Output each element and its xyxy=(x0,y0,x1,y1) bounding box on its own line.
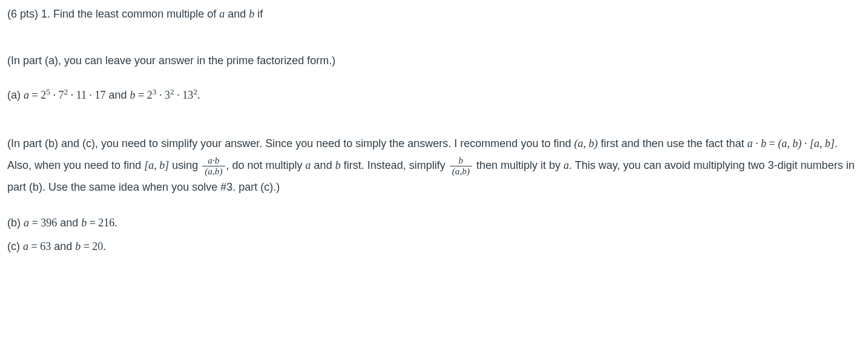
var-a2: a xyxy=(564,159,569,171)
var-b: b xyxy=(75,240,81,252)
t5: , do not multiply xyxy=(226,159,306,171)
and: and xyxy=(51,240,75,252)
eq: = xyxy=(136,89,147,101)
part-b-label: (b) xyxy=(7,217,24,229)
note-bc: (In part (b) and (c), you need to simpli… xyxy=(7,133,861,199)
part-a: (a) a = 25 · 72 · 11 · 17 and b = 23 · 3… xyxy=(7,85,861,105)
fraction-b-over-gcd: b(a,b) xyxy=(450,156,472,177)
var-b: b xyxy=(81,217,87,229)
and-text: and xyxy=(225,8,249,20)
t1: (In part (b) and (c), you need to simpli… xyxy=(7,137,574,150)
and: and xyxy=(311,159,335,171)
gcd-pair: (a, b) xyxy=(574,137,597,150)
prompt-text: Find the least common multiple of xyxy=(53,8,219,20)
part-c-label: (c) xyxy=(7,240,23,252)
if-text: if xyxy=(254,8,263,20)
and: and xyxy=(57,217,81,229)
part-a-expr-b: 23 · 32 · 132. xyxy=(147,89,200,101)
part-c: (c) a = 63 and b = 20. xyxy=(7,237,861,256)
and: and xyxy=(106,89,130,101)
part-a-label: (a) xyxy=(7,89,24,101)
val: 216. xyxy=(98,217,117,229)
var-a: a xyxy=(23,240,28,252)
var-b: b xyxy=(335,159,341,171)
eq: = xyxy=(28,240,40,252)
lcm-brack2: [a, b] xyxy=(144,159,169,171)
fraction-ab-over-gcd: a·b(a,b) xyxy=(202,156,225,177)
lcm-brack1: [a, b] xyxy=(810,137,835,150)
eq: = xyxy=(81,240,92,252)
eq: = xyxy=(29,89,41,101)
t7: then multiply it by xyxy=(473,159,564,171)
var-a: a xyxy=(219,8,225,20)
part-a-var-a: a xyxy=(24,89,29,101)
points-label: (6 pts) xyxy=(7,8,38,20)
part-a-var-b: b xyxy=(130,89,136,101)
val: 63 xyxy=(40,240,51,252)
question-header: (6 pts) 1. Find the least common multipl… xyxy=(7,5,861,24)
t4: using xyxy=(169,159,201,171)
gcd-pair2: (a, b) xyxy=(778,137,801,150)
var-b: b xyxy=(249,8,254,20)
var-a: a xyxy=(306,159,311,171)
part-b: (b) a = 396 and b = 216. xyxy=(7,214,861,232)
val: 396 xyxy=(41,217,57,229)
note-a: (In part (a), you can leave your answer … xyxy=(7,51,861,70)
t2: first and then use the fact that xyxy=(597,137,747,150)
ab: a · b xyxy=(748,137,767,150)
part-a-expr-a: 25 · 72 · 11 · 17 xyxy=(41,89,105,101)
eq: = xyxy=(766,137,778,150)
eq: = xyxy=(87,217,98,229)
var-a: a xyxy=(24,217,29,229)
dot: · xyxy=(801,137,810,150)
t6: first. Instead, simplify xyxy=(341,159,449,171)
question-number: 1. xyxy=(41,8,50,20)
eq: = xyxy=(29,217,41,229)
val: 20. xyxy=(92,240,106,252)
